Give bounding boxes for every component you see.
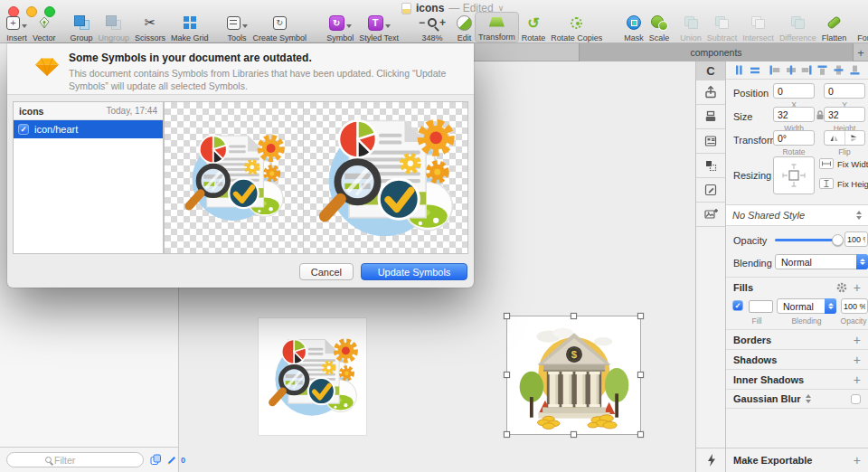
make-grid-button[interactable]: Make Grid — [168, 14, 212, 42]
swatches-button[interactable] — [696, 154, 725, 178]
pages-icon[interactable] — [150, 454, 162, 466]
rotate-input[interactable] — [773, 130, 815, 146]
rotate-copies-button[interactable]: Rotate Copies — [548, 14, 605, 42]
position-x-input[interactable] — [773, 83, 815, 99]
edit-icon — [457, 15, 472, 31]
distribute-horizontal-icon[interactable] — [732, 64, 745, 76]
symbol-row-selected[interactable]: ✓ icon/heart — [14, 120, 163, 138]
zoom-control[interactable]: −+ 348% — [416, 14, 448, 42]
create-symbol-label: Create Symbol — [253, 33, 307, 42]
mask-button[interactable]: Mask — [621, 14, 646, 42]
align-center-horizontal-icon[interactable] — [785, 64, 797, 76]
scissors-button[interactable]: ✂ Scissors — [132, 14, 168, 42]
fix-width-control[interactable]: Fix Width — [819, 158, 868, 169]
tools-button[interactable]: Tools — [224, 14, 250, 42]
align-left-icon[interactable] — [769, 64, 781, 76]
symbol-button[interactable]: ↻ Symbol — [324, 14, 356, 42]
add-image-button[interactable] — [696, 203, 725, 227]
canvas-artwork-document[interactable] — [259, 318, 366, 435]
pencil-icon[interactable] — [165, 454, 177, 466]
export-quick-button[interactable] — [696, 448, 725, 472]
gear-icon[interactable] — [835, 281, 848, 294]
filter-field[interactable] — [6, 452, 144, 467]
selection-handle[interactable] — [504, 372, 510, 378]
blending-dropdown[interactable]: Normal — [775, 254, 868, 269]
width-input[interactable] — [773, 107, 815, 122]
insert-button[interactable]: + Insert — [4, 14, 30, 42]
styled-text-button[interactable]: T Styled Text — [356, 14, 401, 42]
edit-label: Edit — [458, 33, 472, 42]
zoom-level[interactable]: 348% — [422, 33, 443, 42]
mask-label: Mask — [624, 33, 644, 42]
toolbar: icons — Edited ∨ + Insert Vector Group U… — [0, 0, 868, 43]
card-view-button[interactable] — [696, 129, 725, 154]
tools-label: Tools — [228, 33, 247, 42]
shared-style-selector[interactable]: No Shared Style — [726, 204, 868, 226]
fix-height-control[interactable]: Fix Height — [819, 178, 868, 189]
borders-section: Borders + — [726, 329, 868, 349]
zoom-out-icon[interactable]: − — [419, 16, 425, 29]
group-label: Group — [71, 33, 93, 42]
selection-handle[interactable] — [637, 431, 644, 438]
filter-input[interactable] — [54, 455, 105, 466]
flatten-button[interactable]: Flatten — [819, 14, 850, 42]
add-inner-shadow-button[interactable]: + — [854, 373, 861, 387]
selection-handle[interactable] — [571, 313, 577, 319]
selection-handle[interactable] — [637, 313, 644, 319]
print-export-button[interactable] — [696, 105, 725, 129]
share-button[interactable] — [696, 80, 725, 105]
symbol-checkbox-checked[interactable]: ✓ — [18, 124, 29, 135]
add-export-button[interactable]: + — [854, 453, 861, 467]
flip-vertical-button[interactable] — [845, 131, 865, 145]
fill-enabled-checkbox[interactable]: ✓ — [732, 300, 743, 311]
height-input[interactable] — [824, 107, 865, 122]
edit-button[interactable]: Edit — [454, 14, 475, 42]
add-border-button[interactable]: + — [854, 333, 861, 347]
vector-button[interactable]: Vector — [30, 14, 59, 42]
distribute-vertical-icon[interactable] — [749, 64, 761, 76]
create-symbol-button[interactable]: ↻ Create Symbol — [250, 14, 310, 42]
selection-handle[interactable] — [637, 372, 644, 378]
canvas-artwork-bank-selected[interactable]: $ — [506, 316, 641, 435]
symbol-icon: ↻ — [329, 15, 344, 31]
selection-handle[interactable] — [504, 431, 510, 438]
zoom-in-icon[interactable]: + — [439, 16, 446, 29]
rotate-label: Rotate — [522, 33, 546, 42]
gaussian-blur-checkbox[interactable] — [851, 394, 861, 404]
align-right-icon[interactable] — [800, 64, 813, 76]
subtract-label: Subtract — [707, 33, 738, 42]
align-top-icon[interactable] — [816, 64, 829, 76]
up-down-chevrons-icon — [856, 211, 862, 220]
rotate-button[interactable]: ↺ Rotate — [519, 14, 549, 42]
fill-color-swatch[interactable] — [749, 300, 773, 313]
scale-button[interactable]: Scale — [646, 14, 673, 42]
group-button[interactable]: Group — [68, 14, 96, 42]
blur-type-chevrons-icon[interactable] — [806, 394, 811, 403]
blending-value: Normal — [781, 257, 812, 268]
image-plus-icon — [703, 207, 719, 222]
forward-button[interactable]: Forward — [854, 14, 868, 42]
add-shadow-button[interactable]: + — [854, 353, 861, 367]
update-symbols-button[interactable]: Update Symbols — [361, 263, 467, 280]
transform-button[interactable]: Transform — [475, 12, 519, 42]
selection-handle[interactable] — [504, 313, 510, 319]
align-middle-vertical-icon[interactable] — [833, 64, 845, 76]
edit-style-button[interactable] — [696, 178, 725, 203]
fill-blending-dropdown[interactable]: Normal — [777, 298, 836, 314]
position-y-input[interactable] — [824, 83, 865, 99]
cancel-button[interactable]: Cancel — [299, 263, 354, 280]
inspector-tool-strip: C — [695, 61, 726, 472]
selection-handle[interactable] — [571, 431, 577, 438]
fill-opacity-input[interactable] — [841, 298, 868, 314]
components-tab-button[interactable]: C — [696, 61, 725, 80]
opacity-value-input[interactable] — [844, 231, 868, 247]
tab-components[interactable]: components — [579, 43, 854, 61]
pinning-control[interactable] — [773, 156, 815, 194]
add-fill-button[interactable]: + — [854, 280, 861, 295]
add-tab-button[interactable]: + — [854, 43, 868, 61]
align-bottom-icon[interactable] — [849, 64, 862, 76]
flip-horizontal-button[interactable] — [825, 131, 845, 145]
opacity-slider[interactable] — [775, 239, 838, 241]
symbol-label: Symbol — [326, 33, 354, 42]
opacity-slider-knob[interactable] — [832, 234, 844, 246]
